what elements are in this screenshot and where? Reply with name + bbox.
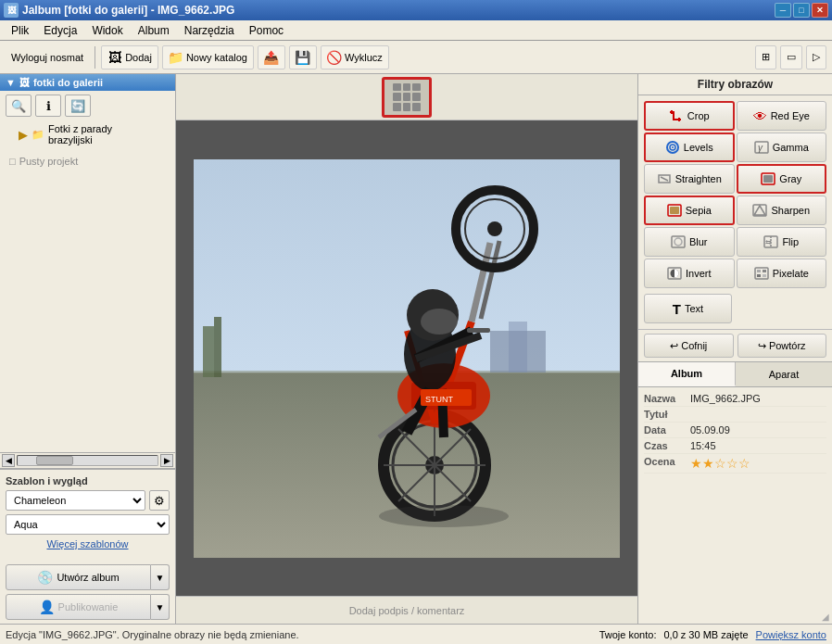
layout1-button[interactable]: ⊞ (755, 45, 776, 69)
menu-pomoc[interactable]: Pomoc (242, 22, 291, 39)
minimize-button[interactable]: ─ (775, 3, 791, 18)
create-album-label: Utwórz album (57, 572, 119, 583)
filter-sharpen-button[interactable]: Sharpen (737, 196, 827, 225)
filter-text-button[interactable]: T Text (644, 294, 732, 323)
layout2-icon: ▭ (787, 51, 796, 63)
menu-narzedzia[interactable]: Narzędzia (177, 22, 242, 39)
resize-icon[interactable]: ◢ (822, 612, 829, 622)
grid-dot-4 (393, 93, 401, 101)
create-album-group: 💿 Utwórz album ▼ (6, 564, 170, 590)
info-button[interactable]: ℹ (35, 95, 61, 117)
undo-button[interactable]: ↩ Cofnij (644, 334, 734, 358)
filter-straighten-button[interactable]: Straighten (644, 164, 735, 194)
filter-blur-button[interactable]: Blur (644, 227, 735, 257)
info-nazwa-key: Nazwa (644, 393, 690, 404)
template-section: Szablon i wygląd Chameleon ⚙ Aqua Więcej… (0, 469, 175, 561)
create-album-arrow[interactable]: ▼ (151, 564, 170, 590)
layout1-icon: ⊞ (762, 51, 770, 63)
caption-area[interactable]: Dodaj podpis / komentarz (176, 596, 637, 624)
add-icon: 🖼 (107, 50, 122, 65)
straighten-label: Straighten (675, 173, 722, 184)
close-button[interactable]: ✕ (812, 3, 828, 18)
pixelate-icon (754, 267, 769, 280)
info-row-ocena: Ocena ★★☆☆☆ (644, 454, 826, 474)
icon1-button[interactable]: 📤 (258, 45, 285, 69)
grid-dot-1 (393, 83, 401, 92)
scroll-thumb[interactable] (36, 456, 73, 465)
crop-icon (669, 109, 684, 122)
left-scrollbar: ◀ ▶ (0, 452, 175, 469)
filter-redeye-button[interactable]: 👁 Red Eye (737, 101, 827, 131)
image-toolbar (176, 74, 637, 120)
filter-flip-button[interactable]: ⇆ Flip (737, 227, 827, 257)
logout-button[interactable]: Wyloguj nosmat (6, 50, 89, 65)
svg-marker-47 (754, 206, 765, 215)
main-image: STUNT (194, 159, 620, 558)
filter-pixelate-button[interactable]: Pixelate (737, 259, 827, 288)
layout2-button[interactable]: ▭ (780, 45, 802, 69)
filter-invert-button[interactable]: Invert (644, 259, 735, 288)
filter-grid: Crop 👁 Red Eye Levels γ (638, 95, 832, 294)
add-button[interactable]: 🖼 Dodaj (101, 45, 158, 69)
svg-text:γ: γ (758, 143, 763, 153)
publish-button[interactable]: 👤 Publikowanie (6, 594, 151, 620)
info-data-key: Data (644, 424, 690, 436)
upload-icon: 📤 (264, 50, 279, 65)
new-catalog-button[interactable]: 📁 Nowy katalog (162, 45, 254, 69)
template-gear-button[interactable]: ⚙ (149, 490, 170, 511)
search-button[interactable]: 🔍 (6, 95, 32, 117)
svg-rect-4 (214, 317, 221, 377)
filter-gray-button[interactable]: Gray (737, 164, 827, 194)
menu-edycja[interactable]: Edycja (36, 22, 84, 39)
tab-album[interactable]: Album (638, 362, 736, 386)
exclude-button[interactable]: 🚫 Wyklucz (321, 45, 389, 69)
gamma-label: Gamma (773, 142, 809, 153)
menu-plik[interactable]: Plik (4, 22, 36, 39)
svg-rect-58 (757, 274, 761, 277)
publish-icon: 👤 (39, 600, 55, 614)
filter-header: Filtry obrazów (638, 74, 832, 95)
style-select[interactable]: Aqua (6, 514, 170, 535)
scroll-left-arrow[interactable]: ◀ (2, 454, 15, 467)
more-templates-link[interactable]: Więcej szablonów (6, 538, 170, 549)
straighten-icon (657, 172, 672, 185)
empty-label: Pusty projekt (19, 156, 79, 167)
caption-text[interactable]: Dodaj podpis / komentarz (349, 605, 465, 616)
invert-label: Invert (686, 268, 712, 279)
create-album-button[interactable]: 💿 Utwórz album (6, 564, 151, 590)
filter-levels-button[interactable]: Levels (644, 133, 735, 162)
maximize-button[interactable]: □ (793, 3, 810, 18)
filter-crop-button[interactable]: Crop (644, 101, 735, 131)
refresh-button[interactable]: 🔄 (65, 95, 91, 117)
template-select[interactable]: Chameleon (6, 490, 145, 511)
info-ocena-key: Ocena (644, 456, 690, 471)
grid-view-button[interactable] (382, 77, 432, 118)
svg-point-37 (672, 146, 674, 148)
menu-album[interactable]: Album (131, 22, 177, 39)
scroll-right-arrow[interactable]: ▶ (160, 454, 173, 467)
gallery-header: ▼ 🖼 fotki do galerii (0, 74, 175, 91)
folder-label: Fotki z parady brazylijski (48, 123, 157, 145)
menu-bar: Plik Edycja Widok Album Narzędzia Pomoc (0, 20, 832, 41)
svg-point-49 (674, 238, 682, 246)
filter-gamma-button[interactable]: γ Gamma (737, 133, 827, 162)
tab-aparat[interactable]: Aparat (736, 362, 832, 386)
konto-link[interactable]: Powiększ konto (756, 629, 826, 640)
redo-button[interactable]: ↪ Powtórz (737, 334, 827, 358)
info-row-data: Data 05.09.09 (644, 423, 826, 438)
main-layout: ▼ 🖼 fotki do galerii 🔍 ℹ 🔄 ▶ 📁 Fotki z p… (0, 74, 832, 624)
redeye-label: Red Eye (771, 110, 810, 121)
publish-arrow[interactable]: ▼ (151, 594, 170, 620)
scroll-track[interactable] (17, 455, 158, 466)
filter-sepia-button[interactable]: Sepia (644, 196, 735, 225)
status-text: Edycja "IMG_9662.JPG". Oryginalne obrazy… (6, 629, 592, 640)
grid-dot-2 (403, 83, 411, 92)
gallery-folder-item[interactable]: ▶ 📁 Fotki z parady brazylijski (0, 120, 175, 148)
menu-widok[interactable]: Widok (84, 22, 130, 39)
layout3-button[interactable]: ▷ (806, 45, 826, 69)
icon2-button[interactable]: 💾 (289, 45, 317, 69)
info-tytul-key: Tytuł (644, 409, 690, 420)
add-label: Dodaj (125, 52, 152, 63)
svg-text:STUNT: STUNT (425, 395, 453, 404)
empty-project: □ Pusty projekt (0, 148, 175, 174)
